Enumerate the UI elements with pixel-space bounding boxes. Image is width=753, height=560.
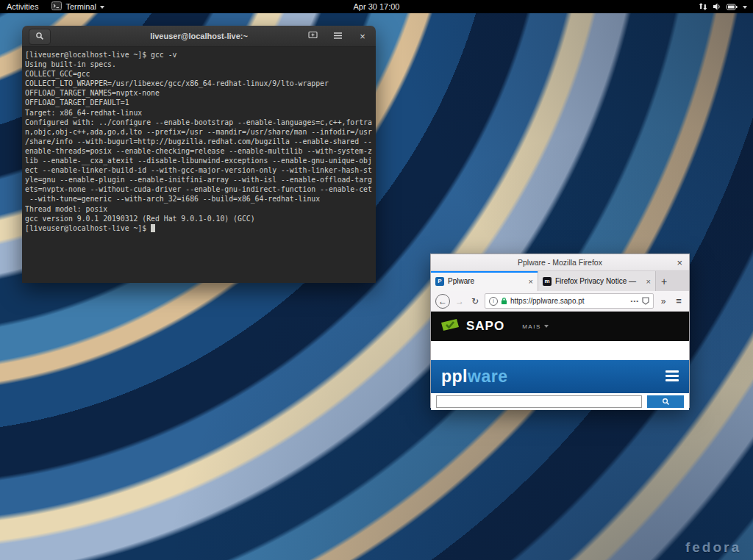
new-terminal-button[interactable]	[306, 29, 319, 43]
menu-icon[interactable]: ≡	[673, 295, 685, 307]
url-bar[interactable]: i https://pplware.sapo.pt •••	[485, 293, 654, 309]
app-menu-terminal[interactable]: Terminal	[45, 0, 111, 13]
firefox-titlebar[interactable]: Pplware - Mozilla Firefox ×	[431, 254, 689, 271]
terminal-icon	[51, 1, 62, 12]
back-button[interactable]: ←	[435, 294, 450, 309]
app-menu-label: Terminal	[65, 2, 96, 11]
hamburger-icon	[333, 29, 343, 43]
fedora-watermark: fedora	[685, 539, 741, 556]
pplware-favicon: P	[435, 277, 444, 286]
search-icon	[35, 30, 44, 43]
close-icon: ×	[677, 257, 682, 268]
close-icon: ×	[360, 32, 365, 41]
terminal-titlebar[interactable]: liveuser@localhost-live:~ ×	[22, 26, 376, 47]
network-icon	[699, 2, 707, 11]
mais-menu[interactable]: MAIS	[522, 323, 549, 330]
system-status-area[interactable]	[693, 0, 753, 13]
chevron-down-icon	[743, 6, 747, 9]
search-button[interactable]	[29, 29, 51, 45]
navigation-bar: ← → ↻ i https://pplware.sapo.pt ••• » ≡	[431, 291, 689, 312]
terminal-output-area[interactable]: [liveuser@localhost-live ~]$ gcc -v Usin…	[22, 47, 376, 283]
page-content: SAPO MAIS pplware	[431, 312, 689, 410]
pplware-header: pplware	[431, 360, 689, 393]
top-bar: Activities Terminal Apr 30 17:00	[0, 0, 753, 13]
clock[interactable]: Apr 30 17:00	[354, 0, 400, 13]
terminal-prompt-line: [liveuser@localhost-live ~]$	[25, 223, 374, 233]
desktop-wallpaper: Activities Terminal Apr 30 17:00	[0, 0, 753, 560]
close-button[interactable]: ×	[356, 29, 369, 43]
firefox-window-title: Pplware - Mozilla Firefox	[518, 258, 602, 267]
mozilla-favicon: m	[543, 277, 552, 286]
sapo-logo[interactable]: SAPO	[466, 319, 504, 334]
new-terminal-icon	[308, 29, 318, 43]
page-actions-icon[interactable]: •••	[631, 298, 639, 304]
tab-close-icon[interactable]: ×	[529, 277, 533, 286]
chevron-down-icon	[544, 325, 549, 328]
overflow-icon[interactable]: »	[657, 295, 669, 307]
tab-pplware[interactable]: P Pplware ×	[431, 271, 538, 291]
sapo-flag-icon	[440, 317, 460, 335]
chevron-down-icon	[100, 6, 104, 9]
pplware-logo[interactable]: pplware	[441, 367, 507, 387]
sapo-header: SAPO MAIS	[431, 312, 689, 341]
page-spacer	[431, 341, 689, 360]
site-menu-icon[interactable]	[665, 370, 679, 381]
forward-button[interactable]: →	[454, 295, 465, 307]
url-text: https://pplware.sapo.pt	[510, 297, 628, 305]
terminal-output: [liveuser@localhost-live ~]$ gcc -v Usin…	[25, 50, 374, 223]
activities-button[interactable]: Activities	[0, 0, 45, 13]
bookmark-shield-icon[interactable]	[642, 295, 649, 308]
new-tab-button[interactable]: +	[656, 271, 672, 291]
battery-icon	[727, 4, 738, 10]
info-icon[interactable]: i	[489, 297, 498, 306]
volume-icon	[713, 2, 721, 11]
terminal-window: liveuser@localhost-live:~ × [liveuse	[22, 26, 376, 283]
site-search-input[interactable]	[436, 395, 642, 408]
lock-icon	[501, 295, 507, 308]
tab-label: Pplware	[448, 277, 525, 285]
terminal-prompt: [liveuser@localhost-live ~]$	[25, 223, 151, 233]
search-icon	[662, 395, 670, 409]
reload-button[interactable]: ↻	[469, 295, 481, 307]
page-bottom-strip	[431, 393, 689, 410]
activities-label: Activities	[7, 2, 38, 11]
terminal-cursor	[151, 224, 155, 232]
tab-bar: P Pplware × m Firefox Privacy Notice — ×…	[431, 271, 689, 291]
close-button[interactable]: ×	[677, 254, 682, 270]
site-search-button[interactable]	[647, 395, 684, 408]
tab-close-icon[interactable]: ×	[646, 277, 651, 286]
tab-label: Firefox Privacy Notice —	[555, 277, 643, 285]
menu-button[interactable]	[331, 29, 344, 43]
tab-firefox-privacy-notice[interactable]: m Firefox Privacy Notice — ×	[538, 271, 656, 291]
firefox-window: Pplware - Mozilla Firefox × P Pplware × …	[430, 254, 690, 408]
